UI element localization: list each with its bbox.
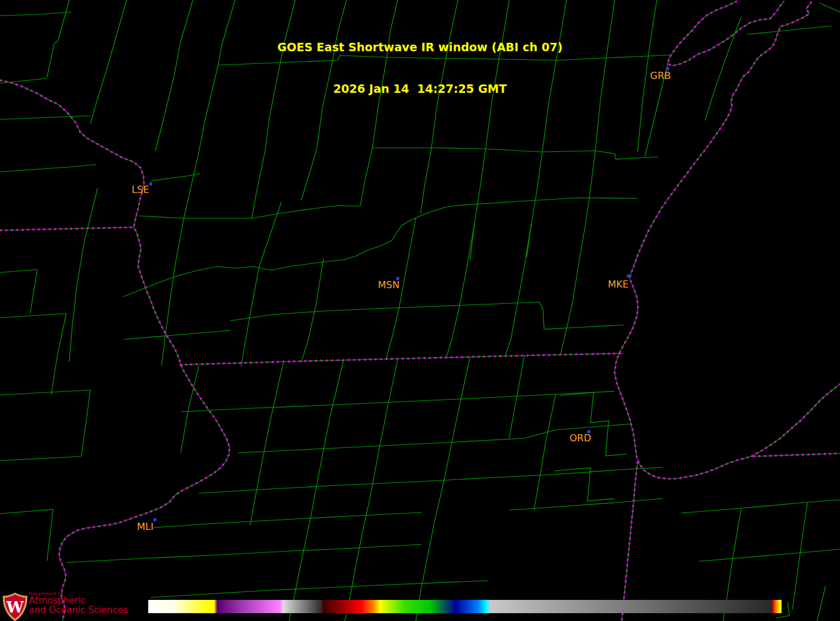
county-line <box>151 581 488 597</box>
county-line <box>230 302 624 329</box>
county-line <box>527 152 542 257</box>
county-line <box>184 152 199 218</box>
county-line <box>560 392 627 456</box>
county-line <box>699 549 840 561</box>
uw-crest-icon: W <box>1 593 29 621</box>
county-line <box>0 456 81 461</box>
county-line <box>154 512 422 528</box>
county-line <box>250 363 283 525</box>
county-line <box>509 356 524 438</box>
logo-text: Department of Atmospheric and Oceanic Sc… <box>29 592 128 616</box>
county-line <box>81 390 90 456</box>
state-border-line <box>751 384 840 456</box>
county-line <box>817 586 826 621</box>
uw-aos-logo: W Department of Atmospheric and Oceanic … <box>1 592 128 621</box>
county-line <box>161 218 184 365</box>
title-line-2: 2026 Jan 14 14:27:25 GMT <box>0 82 840 96</box>
county-line <box>124 330 230 339</box>
county-line <box>289 361 343 621</box>
county-line <box>0 314 66 318</box>
county-line <box>69 188 98 362</box>
title-line-1: GOES East Shortwave IR window (ABI ch 07… <box>0 40 840 54</box>
county-line <box>372 148 658 159</box>
county-line <box>241 202 281 367</box>
state-shoreline-underlay <box>0 80 230 621</box>
svg-text:W: W <box>6 598 25 616</box>
station-label-MKE: MKE <box>608 279 628 290</box>
county-line <box>0 165 96 172</box>
station-label-MLI: MLI <box>137 521 153 532</box>
county-line <box>534 394 556 510</box>
county-line <box>421 148 431 213</box>
county-line <box>580 151 595 254</box>
station-label-ORD: ORD <box>569 432 591 444</box>
station-label-LSE: LSE <box>131 184 149 195</box>
county-line <box>0 390 90 395</box>
county-line <box>30 270 37 314</box>
state-shoreline-underlay <box>0 227 134 230</box>
county-line <box>51 314 66 395</box>
county-line <box>181 391 615 412</box>
county-line <box>181 366 199 453</box>
county-line <box>446 221 475 359</box>
station-dot-MLI <box>154 519 157 522</box>
county-line <box>345 359 398 621</box>
image-title: GOES East Shortwave IR window (ABI ch 07… <box>0 13 840 124</box>
state-border-line <box>0 80 230 621</box>
county-line <box>457 198 638 206</box>
logo-name-line2: and Oceanic Sciences <box>29 606 128 616</box>
station-dot-LSE <box>149 183 152 186</box>
county-line <box>820 3 840 12</box>
county-line <box>792 502 807 610</box>
county-line <box>554 468 615 501</box>
county-line <box>0 270 37 273</box>
satellite-map-image: GRBLSEMSNMKEORDMLI GOES East Shortwave I… <box>0 0 840 621</box>
county-line <box>66 544 422 563</box>
county-line <box>301 258 324 362</box>
county-line <box>681 500 840 513</box>
county-line <box>505 223 531 356</box>
county-line <box>199 467 663 493</box>
temperature-colorbar <box>148 600 782 613</box>
county-line <box>360 148 372 206</box>
station-dot-MKE <box>627 275 630 278</box>
county-line <box>252 151 265 218</box>
county-line <box>139 206 360 218</box>
county-line <box>509 499 663 510</box>
county-line <box>124 206 457 297</box>
county-line <box>560 254 580 355</box>
county-line <box>0 509 53 561</box>
station-label-MSN: MSN <box>378 279 400 291</box>
